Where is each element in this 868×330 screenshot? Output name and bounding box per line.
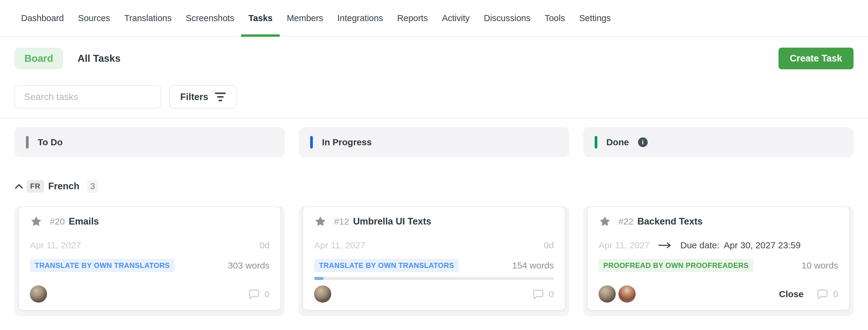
card-title-row: #22 Backend Texts <box>598 215 838 228</box>
comments-indicator[interactable]: 0 <box>532 288 554 300</box>
comment-count: 0 <box>549 289 554 299</box>
task-title: Emails <box>69 216 99 227</box>
column-header-todo: To Do <box>14 127 285 157</box>
chevron-up-icon[interactable] <box>14 183 24 189</box>
card-badge-row: TRANSLATE BY OWN TRANSLATORS 154 words <box>314 259 554 272</box>
nav-item-sources[interactable]: Sources <box>78 0 110 36</box>
in-progress-color-bar <box>310 136 313 149</box>
card-badge-row: TRANSLATE BY OWN TRANSLATORS 303 words <box>30 259 270 272</box>
comments-indicator[interactable]: 0 <box>248 288 270 300</box>
task-card-22[interactable]: #22 Backend Texts Apr 11, 2027 Due date:… <box>587 206 849 310</box>
create-task-button[interactable]: Create Task <box>778 48 854 69</box>
nav-item-reports[interactable]: Reports <box>397 0 428 36</box>
task-card-20[interactable]: #20 Emails Apr 11, 2027 0d TRANSLATE BY … <box>19 206 281 310</box>
column-label-done: Done <box>607 137 629 147</box>
task-count-badge: 3 <box>87 180 98 193</box>
comment-icon <box>248 288 260 300</box>
task-title: Backend Texts <box>638 216 703 227</box>
star-icon[interactable] <box>598 215 611 228</box>
nav-item-discussions[interactable]: Discussions <box>484 0 530 36</box>
arrow-right-icon <box>658 242 672 249</box>
nav-item-activity[interactable]: Activity <box>442 0 470 36</box>
word-count: 154 words <box>512 260 554 271</box>
nav-item-integrations[interactable]: Integrations <box>337 0 383 36</box>
card-meta-row: Apr 11, 2027 Due date: Apr 30, 2027 23:5… <box>598 240 838 250</box>
nav-item-dashboard[interactable]: Dashboard <box>21 0 64 36</box>
filters-button-label: Filters <box>180 92 208 102</box>
top-navigation: Dashboard Sources Translations Screensho… <box>0 0 868 37</box>
avatar <box>618 286 636 303</box>
column-label-in-progress: In Progress <box>322 137 372 147</box>
task-title: Umbrella UI Texts <box>353 216 431 227</box>
tab-board[interactable]: Board <box>14 48 63 69</box>
lane-todo: #20 Emails Apr 11, 2027 0d TRANSLATE BY … <box>14 206 285 316</box>
duration: 0d <box>544 240 554 250</box>
lane-done: #22 Backend Texts Apr 11, 2027 Due date:… <box>583 206 854 316</box>
start-date: Apr 11, 2027 <box>30 240 81 250</box>
language-group-header: FR French 3 <box>0 180 868 193</box>
done-color-bar <box>595 136 597 149</box>
view-toolbar: Board All Tasks Create Task <box>0 48 868 69</box>
language-code-badge: FR <box>27 180 44 192</box>
task-number: #12 <box>334 216 349 227</box>
board: #20 Emails Apr 11, 2027 0d TRANSLATE BY … <box>0 206 868 316</box>
avatar <box>30 286 47 303</box>
task-number: #22 <box>618 216 633 227</box>
divider <box>0 118 868 118</box>
card-title-row: #20 Emails <box>30 215 270 228</box>
due-date-value: Apr 30, 2027 23:59 <box>724 240 801 250</box>
word-count: 303 words <box>228 260 270 271</box>
info-icon[interactable] <box>638 138 648 147</box>
column-header-done: Done <box>583 127 854 157</box>
task-number: #20 <box>50 216 65 227</box>
avatar <box>314 286 331 303</box>
column-header-in-progress: In Progress <box>299 127 569 157</box>
nav-item-tools[interactable]: Tools <box>545 0 565 36</box>
filters-button[interactable]: Filters <box>169 85 237 109</box>
search-toolbar: Filters <box>0 85 868 109</box>
assignee-avatars <box>30 286 47 303</box>
lane-in-progress: #12 Umbrella UI Texts Apr 11, 2027 0d TR… <box>299 206 569 316</box>
comment-icon <box>532 288 545 300</box>
card-title-row: #12 Umbrella UI Texts <box>314 215 554 228</box>
avatar <box>598 286 616 303</box>
word-count: 10 words <box>801 260 838 271</box>
task-type-badge: TRANSLATE BY OWN TRANSLATORS <box>30 259 175 272</box>
card-footer: Close 0 <box>598 286 838 303</box>
card-footer: 0 <box>30 286 270 303</box>
search-input[interactable] <box>14 85 161 109</box>
nav-item-settings[interactable]: Settings <box>579 0 611 36</box>
due-date-label: Due date: <box>680 240 719 250</box>
duration: 0d <box>259 240 270 250</box>
column-label-todo: To Do <box>38 137 63 147</box>
progress-fill <box>314 277 324 280</box>
comment-count: 0 <box>265 289 270 299</box>
start-date: Apr 11, 2027 <box>314 240 365 250</box>
todo-color-bar <box>26 136 29 149</box>
progress-bar <box>314 277 554 280</box>
board-column-headers: To Do In Progress Done <box>0 127 868 157</box>
language-name-label: French <box>48 181 79 192</box>
filter-icon <box>215 92 226 101</box>
comments-indicator[interactable]: 0 <box>816 288 838 300</box>
task-type-badge: TRANSLATE BY OWN TRANSLATORS <box>314 259 459 272</box>
nav-item-tasks[interactable]: Tasks <box>248 0 273 36</box>
comment-icon <box>816 288 829 300</box>
card-meta-row: Apr 11, 2027 0d <box>30 240 270 250</box>
card-meta-row: Apr 11, 2027 0d <box>314 240 554 250</box>
close-task-button[interactable]: Close <box>779 289 804 299</box>
nav-item-members[interactable]: Members <box>287 0 323 36</box>
assignee-avatars <box>314 286 331 303</box>
task-card-12[interactable]: #12 Umbrella UI Texts Apr 11, 2027 0d TR… <box>303 206 565 310</box>
nav-item-screenshots[interactable]: Screenshots <box>186 0 234 36</box>
nav-item-translations[interactable]: Translations <box>124 0 172 36</box>
comment-count: 0 <box>833 289 838 299</box>
start-date: Apr 11, 2027 <box>598 240 650 250</box>
card-footer: 0 <box>314 286 554 303</box>
card-badge-row: PROOFREAD BY OWN PROOFREADERS 10 words <box>598 259 838 272</box>
assignee-avatars <box>598 286 636 303</box>
tab-all-tasks[interactable]: All Tasks <box>78 53 120 64</box>
star-icon[interactable] <box>314 215 327 228</box>
task-type-badge: PROOFREAD BY OWN PROOFREADERS <box>598 259 753 272</box>
star-icon[interactable] <box>30 215 42 228</box>
